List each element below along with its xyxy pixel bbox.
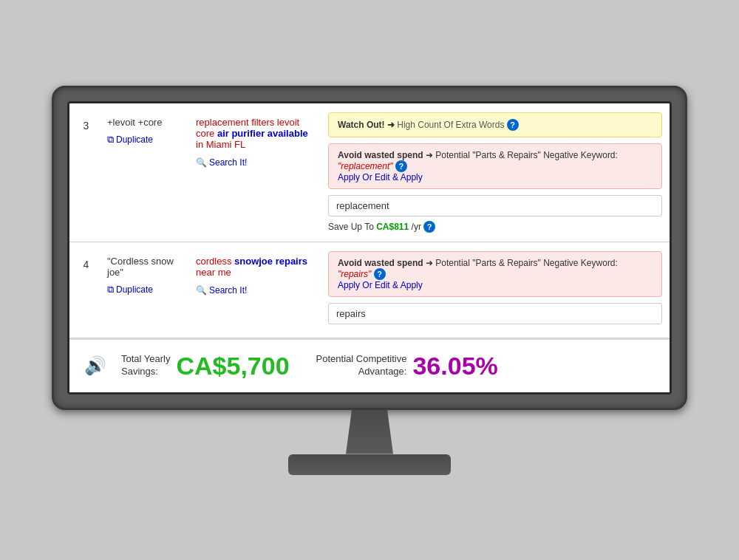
row-number-4: 4 <box>69 242 103 338</box>
info-icon-avoid-4[interactable]: ? <box>374 268 386 280</box>
keyword-input-3[interactable] <box>328 195 662 216</box>
total-savings-section: Total YearlySavings: CA$5,700 <box>121 352 290 380</box>
negative-keyword-4: "repairs" <box>338 269 371 279</box>
total-savings-amount: CA$5,700 <box>177 352 290 380</box>
recommendations-cell-3: Watch Out! ➜ High Count Of Extra Words ?… <box>321 103 670 242</box>
watch-out-box-3: Watch Out! ➜ High Count Of Extra Words ? <box>328 112 662 137</box>
duplicate-icon-4: ⧉ <box>107 284 114 296</box>
query-text-3: replacement filters levoit core air puri… <box>196 117 316 150</box>
monitor-stand <box>288 454 451 475</box>
query-cell-4: cordless snowjoe repairs near me 🔍 Searc… <box>191 242 321 338</box>
search-icon-3: 🔍 <box>196 157 207 168</box>
query-text-4: cordless snowjoe repairs near me <box>196 256 316 278</box>
save-text-3: Save Up To CA$811 /yr ? <box>328 221 662 233</box>
monitor-bezel: 3 +levoit +core ⧉ Duplicate replacement … <box>52 86 687 410</box>
table-row: 4 "Cordless snow joe" ⧉ Duplicate cordle… <box>69 242 670 338</box>
table-row: 3 +levoit +core ⧉ Duplicate replacement … <box>69 103 670 242</box>
watch-out-title: Watch Out! ➜ <box>338 120 397 130</box>
avoid-text-4: Avoid wasted spend ➜ Potential "Parts & … <box>338 258 653 280</box>
search-it-button-4[interactable]: 🔍 Search It! <box>196 285 247 296</box>
info-icon-watchout[interactable]: ? <box>507 119 519 131</box>
competitive-value: 36.05% <box>412 352 497 380</box>
competitive-label: Potential CompetitiveAdvantage: <box>316 353 407 378</box>
search-icon-4: 🔍 <box>196 285 207 296</box>
apply-link-4[interactable]: Apply Or Edit & Apply <box>338 280 423 290</box>
total-savings-label: Total YearlySavings: <box>121 353 171 378</box>
watch-out-text: High Count Of Extra Words <box>397 120 504 130</box>
screen-content: 3 +levoit +core ⧉ Duplicate replacement … <box>69 103 670 392</box>
avoid-box-4: Avoid wasted spend ➜ Potential "Parts & … <box>328 251 662 297</box>
footer-bar: 🔊 Total YearlySavings: CA$5,700 Potentia… <box>69 338 670 392</box>
recommendations-cell-4: Avoid wasted spend ➜ Potential "Parts & … <box>321 242 670 338</box>
keyword-text-4: "Cordless snow joe" <box>107 256 187 278</box>
keyword-input-4[interactable] <box>328 303 662 324</box>
duplicate-button-4[interactable]: ⧉ Duplicate <box>107 284 153 296</box>
avoid-box-3: Avoid wasted spend ➜ Potential "Parts & … <box>328 143 662 189</box>
info-icon-save-3[interactable]: ? <box>423 221 435 233</box>
avoid-text-3: Avoid wasted spend ➜ Potential "Parts & … <box>338 150 653 172</box>
info-icon-avoid-3[interactable]: ? <box>395 160 407 172</box>
keyword-cell-3: +levoit +core ⧉ Duplicate <box>103 103 191 242</box>
negative-keyword-3: "replacement" <box>338 161 393 171</box>
monitor-screen: 3 +levoit +core ⧉ Duplicate replacement … <box>67 101 672 395</box>
monitor-neck <box>340 410 399 454</box>
apply-link-3[interactable]: Apply Or Edit & Apply <box>338 172 423 182</box>
keyword-text-3: +levoit +core <box>107 117 187 128</box>
duplicate-button-3[interactable]: ⧉ Duplicate <box>107 134 153 146</box>
competitive-advantage-section: Potential CompetitiveAdvantage: 36.05% <box>316 352 498 380</box>
search-it-button-3[interactable]: 🔍 Search It! <box>196 157 247 168</box>
query-cell-3: replacement filters levoit core air puri… <box>191 103 321 242</box>
duplicate-icon-3: ⧉ <box>107 134 114 146</box>
speaker-button[interactable]: 🔊 <box>84 355 106 376</box>
monitor-wrapper: 3 +levoit +core ⧉ Duplicate replacement … <box>52 86 687 475</box>
keyword-cell-4: "Cordless snow joe" ⧉ Duplicate <box>103 242 191 338</box>
row-number-3: 3 <box>69 103 103 242</box>
